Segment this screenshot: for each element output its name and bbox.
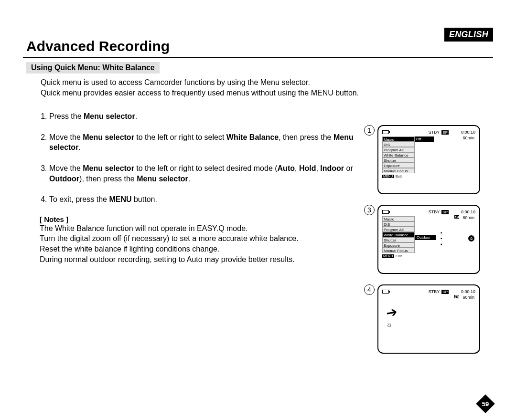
note-3: Reset the white balance if lighting cond… [40,244,369,254]
screen-3-block: 3 STBY SP 0:00:10 60min Macro DIS Progra… [377,205,492,274]
quick-menu-list: MacroOff DIS Program AE White Balance Sh… [382,136,434,173]
text: , [316,164,320,172]
screen-4-block: 4 STBY SP 0:00:10 60min ➔ ☼ [377,284,492,354]
exit-row: MENU Exit [382,254,475,258]
menu-item-macro: Macro [382,216,415,221]
intro-text: Quick menu is used to access Camcorder f… [41,77,492,98]
intro-line-1: Quick menu is used to access Camcorder f… [41,78,310,86]
page-number: 59 [479,397,492,410]
lcd-screens: 1 STBY SP 0:00:10 60min MacroOff DIS Pro… [377,125,492,364]
sp-badge: SP [441,290,449,294]
page-title: Advanced Recording [26,38,170,54]
timecode: 0:00:10 [461,210,475,214]
marker-3: 3 [364,205,375,215]
outdoor-sun-icon: ☼ [386,320,393,328]
text: Press the [49,112,84,120]
remaining-time: 60min [462,215,474,220]
lcd-screen-1: STBY SP 0:00:10 60min MacroOff DIS Progr… [377,125,480,194]
lcd4-icons: ➔ ☼ [386,304,397,328]
menu-item-dis: DIS [382,221,415,227]
tape-icon [454,295,459,298]
page-number-badge: 59 [479,397,493,411]
menu-item-macro: Macro [382,136,415,142]
exit-row: MENU Exit [382,174,475,178]
menu-item-shutter: Shutter [382,158,415,163]
content-area: Using Quick Menu: White Balance Quick me… [26,62,492,264]
intro-line-2: Quick menu provides easier access to fre… [41,89,359,97]
mode-hold: Hold [299,164,316,172]
marker-4: 4 [364,284,375,295]
white-balance-term: White Balance [226,133,279,141]
menu-selector-term: Menu selector [83,164,134,172]
stby-label: STBY [429,130,440,135]
menu-item-program-ae: Program AE [382,227,415,232]
text: To exit, press the [49,195,109,203]
outdoor-sun-icon: ✲ [468,235,474,242]
text: . [188,175,190,183]
nav-down-icon: ▪ [441,243,442,246]
timecode: 0:00:10 [461,289,475,294]
nav-up-icon: ▪ [441,231,442,234]
language-badge: ENGLISH [444,28,493,42]
menu-button-term: MENU [109,195,131,203]
marker-1: 1 [364,125,375,136]
sp-badge: SP [441,210,449,214]
stby-label: STBY [429,210,440,214]
menu-badge-icon: MENU [382,254,394,258]
mode-indoor: Indoor [320,164,344,172]
step-3: Move the Menu selector to the left or ri… [49,163,370,184]
text: . [135,112,137,120]
menu-item-program-ae: Program AE [382,147,415,152]
text: ), then press the [79,175,137,183]
menu-selector-term: Menu selector [137,175,188,183]
text: Move the [49,133,83,141]
notes-body: The White Balance function will not oper… [40,223,369,264]
lcd-status-bar: STBY SP 0:00:10 [382,209,475,215]
menu-selector-term: Menu selector [84,112,135,120]
menu-item-exposure: Exposure [382,163,415,168]
note-4: During normal outdoor recording, setting… [40,254,369,265]
lcd-status-bar: STBY SP 0:00:10 [382,289,475,294]
steps-list: Press the Menu selector. Move the Menu s… [41,111,370,205]
nav-mid-icon: • [441,237,442,240]
pointer-arrow-icon: ➔ [385,304,398,321]
mode-auto: Auto [278,164,295,172]
mode-outdoor: Outdoor [49,175,79,183]
stby-label: STBY [429,289,440,294]
note-1: The White Balance function will not oper… [40,223,369,234]
text: Move the [49,164,83,172]
lcd-status-bar: STBY SP 0:00:10 [382,129,475,135]
step-4: To exit, press the MENU button. [49,194,370,205]
step-1: Press the Menu selector. [49,111,370,122]
menu-item-exposure: Exposure [382,242,415,248]
menu-value-off: Off [415,136,434,142]
lcd-screen-3: STBY SP 0:00:10 60min Macro DIS Program … [377,205,480,274]
text: , [295,164,299,172]
screen-1-block: 1 STBY SP 0:00:10 60min MacroOff DIS Pro… [377,125,492,194]
text: to the left or right to select [134,133,226,141]
menu-item-white-balance: White Balance [382,152,415,158]
remaining-time: 60min [462,295,474,300]
remaining-time: 60min [462,136,474,140]
menu-item-shutter: Shutter [382,237,415,242]
menu-item-manual-focus: Manual Focus [382,168,415,173]
battery-icon [382,130,389,134]
text: . [78,143,80,151]
text: , then press the [279,133,333,141]
menu-item-dis: DIS [382,142,415,147]
menu-badge-icon: MENU [382,175,394,178]
step-2: Move the Menu selector to the left or ri… [49,132,370,153]
menu-item-white-balance: White Balance [382,232,415,237]
note-2: Turn the digital zoom off (if necessary)… [40,233,369,244]
sp-badge: SP [441,130,449,135]
exit-label: Exit [396,254,402,258]
menu-selector-term: Menu selector [83,133,134,141]
lcd-screen-4: STBY SP 0:00:10 60min ➔ ☼ [377,284,480,354]
text: to the left or right to select desired m… [134,164,278,172]
exit-label: Exit [396,174,402,178]
battery-icon [382,210,389,214]
tape-icon [454,215,459,219]
wb-value-outdoor: Outdoor [415,235,436,240]
section-heading: Using Quick Menu: White Balance [26,62,160,74]
battery-icon [382,290,389,294]
